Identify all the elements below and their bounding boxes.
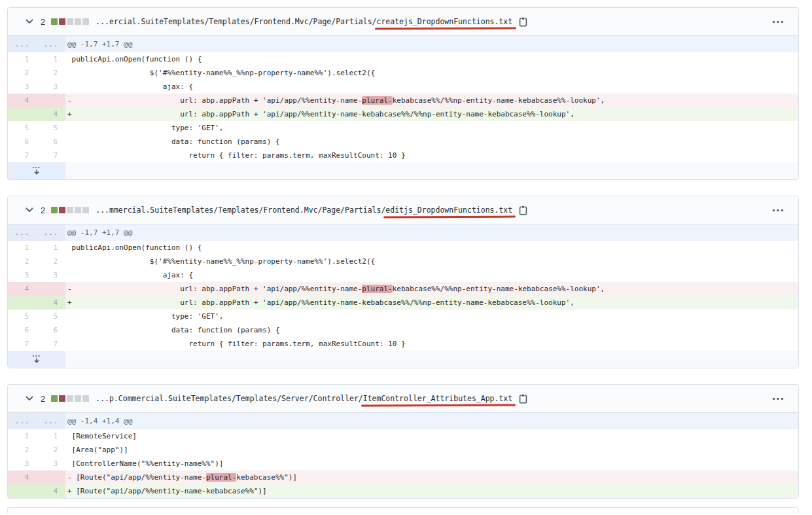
new-line-number[interactable]: 4 (37, 107, 65, 121)
hunk-header: @@ -1,4 +1,4 @@ (65, 413, 798, 429)
expand-down-icon[interactable] (8, 351, 65, 368)
new-line-number[interactable]: 3 (37, 80, 65, 94)
old-line-number[interactable] (8, 107, 37, 121)
old-line-number[interactable]: 7 (8, 337, 37, 351)
code-line: [ControllerName("%%entity-name%%")] (65, 457, 798, 471)
hunk-header: @@ -1,7 +1,7 @@ (65, 36, 798, 52)
changed-lines-count: 2 (41, 17, 45, 27)
new-line-number[interactable]: 3 (37, 457, 65, 471)
diff-line-add: 4+ [Route("api/app/%%entity-name-kebabca… (8, 484, 798, 498)
expander-row-space[interactable] (65, 162, 798, 179)
new-line-number[interactable] (37, 94, 65, 107)
copy-path-button[interactable] (518, 393, 528, 404)
new-line-number[interactable]: 2 (37, 255, 65, 268)
diff-line-context: 11 publicApi.onOpen(function () { (8, 52, 798, 66)
old-line-number[interactable] (8, 296, 37, 310)
code-line: - url: abp.appPath + 'api/app/%%entity-n… (65, 282, 798, 296)
diff-file-header: 2 ...p.Commercial.SuiteTemplates/Templat… (8, 385, 798, 413)
code-line: + url: abp.appPath + 'api/app/%%entity-n… (65, 107, 798, 121)
code-line: - url: abp.appPath + 'api/app/%%entity-n… (65, 94, 798, 107)
new-line-number[interactable]: 7 (37, 337, 65, 351)
old-line-number[interactable]: 5 (8, 310, 37, 323)
code-line: $('#%%entity-name%%_%%np-property-name%%… (65, 66, 798, 80)
expander-row-space[interactable] (65, 351, 798, 368)
diff-line-del: 4- url: abp.appPath + 'api/app/%%entity-… (8, 94, 798, 107)
old-line-number[interactable]: 3 (8, 80, 37, 94)
old-line-number[interactable]: 4 (8, 471, 37, 484)
file-name: editjs_DropdownFunctions.txt (385, 205, 512, 215)
expand-down-icon[interactable] (8, 162, 65, 179)
code-line: type: 'GET', (65, 310, 798, 323)
old-line-number[interactable]: 2 (8, 443, 37, 457)
file-name-text: ItemController_Attributes_App.txt (363, 394, 512, 403)
old-line-number[interactable]: 1 (8, 241, 37, 255)
diff-file-header: 2 ...ercial.SuiteTemplates/Templates/Fro… (8, 8, 798, 36)
code-line: $('#%%entity-name%%_%%np-property-name%%… (65, 255, 798, 268)
expand-down-row[interactable] (8, 351, 798, 368)
diff-line-context: 22 $('#%%entity-name%%_%%np-property-nam… (8, 66, 798, 80)
new-line-number[interactable]: 5 (37, 310, 65, 323)
old-line-number[interactable]: 6 (8, 323, 37, 337)
diff-file-card: 2 ...mmercial.SuiteTemplates/Templates/F… (7, 196, 799, 368)
new-line-number[interactable]: 7 (37, 149, 65, 162)
file-menu-button[interactable] (771, 206, 785, 215)
collapse-file-chevron-icon[interactable] (25, 205, 34, 215)
old-line-number[interactable]: 6 (8, 135, 37, 149)
old-line-number[interactable] (8, 484, 37, 498)
diff-line-add: 4+ url: abp.appPath + 'api/app/%%entity-… (8, 296, 798, 310)
diff-line-context: 33 ajax: { (8, 80, 798, 94)
diff-line-context: 22 [Area("app")] (8, 443, 798, 457)
new-line-number[interactable] (37, 471, 65, 484)
file-name: ItemController_Attributes_App.txt (363, 394, 512, 403)
file-path[interactable]: ...ercial.SuiteTemplates/Templates/Front… (96, 17, 512, 26)
old-line-number[interactable]: 1 (8, 429, 37, 443)
code-line: return { filter: params.term, maxResultC… (65, 337, 798, 351)
code-line: type: 'GET', (65, 121, 798, 135)
new-line-number[interactable]: 2 (37, 443, 65, 457)
code-line: return { filter: params.term, maxResultC… (65, 149, 798, 162)
new-line-number[interactable]: 1 (37, 429, 65, 443)
old-line-number[interactable]: 2 (8, 66, 37, 80)
file-name-text: editjs_DropdownFunctions.txt (385, 205, 512, 215)
diff-body: ... ... @@ -1,4 +1,4 @@ 11 [RemoteServic… (8, 413, 798, 498)
red-underline-annotation (374, 27, 516, 30)
old-line-number[interactable]: 1 (8, 52, 37, 66)
copy-path-button[interactable] (518, 16, 528, 27)
file-path[interactable]: ...p.Commercial.SuiteTemplates/Templates… (96, 394, 512, 403)
new-line-number[interactable]: 2 (37, 66, 65, 80)
file-path[interactable]: ...mmercial.SuiteTemplates/Templates/Fro… (96, 205, 512, 215)
diff-line-context: 33 [ControllerName("%%entity-name%%")] (8, 457, 798, 471)
file-menu-button[interactable] (771, 395, 785, 403)
diff-line-context: 33 ajax: { (8, 268, 798, 282)
expand-down-row[interactable] (8, 162, 798, 179)
old-line-number[interactable]: 4 (8, 282, 37, 296)
hunk-header-row: ... ... @@ -1,4 +1,4 @@ (8, 413, 798, 429)
new-line-number[interactable]: 6 (37, 323, 65, 337)
old-line-number[interactable]: 3 (8, 457, 37, 471)
new-line-number[interactable]: 4 (37, 484, 65, 498)
stat-square-added (51, 395, 58, 402)
old-line-number[interactable]: 7 (8, 149, 37, 162)
collapse-file-chevron-icon[interactable] (25, 17, 34, 26)
file-menu-button[interactable] (771, 18, 785, 26)
code-line: [RemoteService] (65, 429, 798, 443)
new-line-number[interactable]: 3 (37, 268, 65, 282)
stat-square-neutral (82, 207, 89, 213)
diff-line-del: 4- [Route("api/app/%%entity-name-plural-… (8, 471, 798, 484)
diff-stat-squares (51, 207, 89, 213)
new-line-number[interactable] (37, 282, 65, 296)
new-line-number[interactable]: 6 (37, 135, 65, 149)
old-line-number[interactable]: 4 (8, 94, 37, 107)
collapse-file-chevron-icon[interactable] (25, 394, 34, 403)
old-line-number[interactable]: 5 (8, 121, 37, 135)
new-line-number[interactable]: 1 (37, 52, 65, 66)
copy-path-button[interactable] (518, 205, 528, 216)
stat-square-neutral (75, 18, 81, 25)
new-line-number[interactable]: 4 (37, 296, 65, 310)
old-line-number[interactable]: 2 (8, 255, 37, 268)
new-line-number[interactable]: 5 (37, 121, 65, 135)
new-line-number[interactable]: 1 (37, 241, 65, 255)
red-underline-annotation (361, 404, 516, 406)
stat-square-neutral (67, 395, 73, 402)
old-line-number[interactable]: 3 (8, 268, 37, 282)
